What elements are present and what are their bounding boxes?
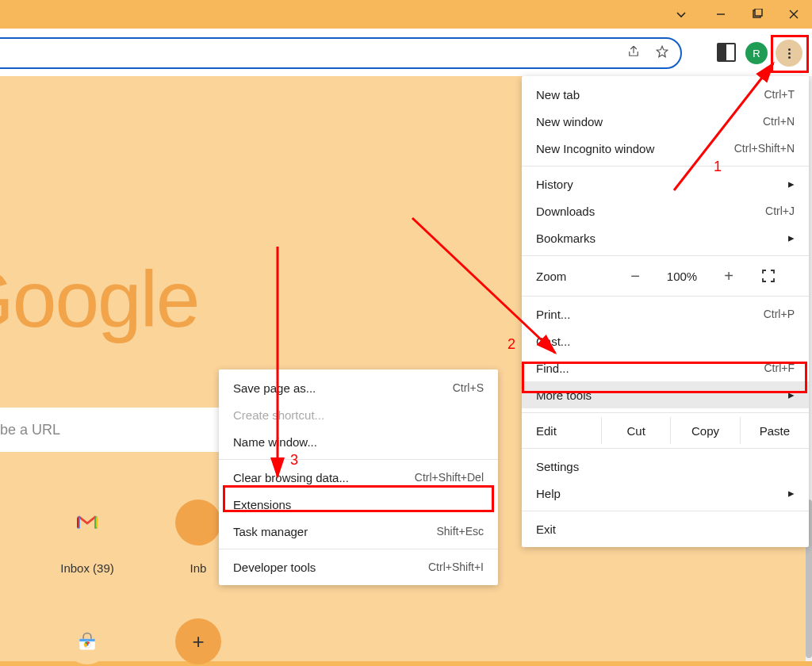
maximize-button[interactable]	[739, 0, 776, 29]
zoom-in-button[interactable]: +	[709, 267, 749, 285]
annotation-box-1	[771, 35, 809, 73]
shortcut-item[interactable]: Inbox (39)	[32, 500, 143, 575]
profile-initial: R	[753, 48, 760, 59]
shortcut-label: Inbox (39)	[60, 561, 114, 575]
svg-rect-2	[755, 9, 762, 16]
bookmark-star-icon[interactable]	[655, 44, 669, 62]
more-tools-submenu: Save page as...Ctrl+S Create shortcut...…	[219, 369, 498, 585]
menu-more-tools[interactable]: More tools▸	[522, 381, 809, 408]
chrome-webstore-icon	[64, 618, 110, 664]
chevron-right-icon: ▸	[788, 486, 795, 500]
submenu-name-window[interactable]: Name window...	[219, 428, 498, 455]
menu-downloads[interactable]: DownloadsCtrl+J	[522, 197, 809, 224]
submenu-developer-tools[interactable]: Developer toolsCtrl+Shift+I	[219, 553, 498, 580]
menu-history[interactable]: History▸	[522, 170, 809, 197]
close-button[interactable]	[776, 0, 812, 29]
submenu-extensions[interactable]: Extensions	[219, 491, 498, 518]
menu-cast[interactable]: Cast...	[522, 327, 809, 354]
fullscreen-icon[interactable]	[749, 269, 788, 283]
submenu-create-shortcut: Create shortcut...	[219, 401, 498, 428]
zoom-percent: 100%	[655, 270, 709, 283]
menu-settings[interactable]: Settings	[522, 453, 809, 480]
edit-label: Edit	[522, 424, 601, 438]
annotation-label-3: 3	[290, 452, 298, 469]
menu-new-tab[interactable]: New tabCtrl+T	[522, 81, 809, 108]
profile-avatar[interactable]: R	[745, 42, 768, 64]
menu-bookmarks[interactable]: Bookmarks▸	[522, 224, 809, 251]
annotation-label-1: 1	[714, 159, 722, 175]
shortcut-item[interactable]	[0, 618, 32, 666]
submenu-clear-browsing-data[interactable]: Clear browsing data...Ctrl+Shift+Del	[219, 464, 498, 491]
chevron-right-icon: ▸	[788, 231, 795, 245]
search-placeholder: be a URL	[0, 422, 60, 438]
menu-new-incognito[interactable]: New Incognito windowCtrl+Shift+N	[522, 135, 809, 162]
shortcut-icon	[175, 500, 221, 545]
menu-exit[interactable]: Exit	[522, 515, 809, 542]
menu-new-window[interactable]: New windowCtrl+N	[522, 108, 809, 135]
submenu-save-page[interactable]: Save page as...Ctrl+S	[219, 374, 498, 401]
chevron-right-icon: ▸	[788, 177, 795, 191]
add-shortcut-button[interactable]: +	[143, 618, 254, 666]
annotation-label-2: 2	[508, 336, 515, 353]
edit-copy-button[interactable]: Copy	[670, 417, 739, 444]
menu-edit-row: Edit Cut Copy Paste	[522, 417, 809, 444]
google-logo: Google	[0, 254, 198, 345]
edit-cut-button[interactable]: Cut	[601, 417, 670, 444]
plus-icon: +	[175, 618, 221, 664]
menu-find[interactable]: Find...Ctrl+F	[522, 354, 809, 381]
window-controls	[663, 0, 812, 29]
shortcut-row: +	[0, 618, 254, 666]
zoom-out-button[interactable]: −	[615, 267, 655, 285]
edit-paste-button[interactable]: Paste	[740, 417, 809, 444]
shortcut-row: Inbox (39) Inb	[0, 500, 254, 575]
menu-zoom: Zoom − 100% +	[522, 260, 809, 292]
menu-print[interactable]: Print...Ctrl+P	[522, 300, 809, 327]
chevron-right-icon: ▸	[788, 388, 795, 402]
zoom-label: Zoom	[536, 270, 615, 283]
menu-help[interactable]: Help▸	[522, 480, 809, 507]
shortcut-item[interactable]	[0, 500, 32, 575]
share-icon[interactable]	[626, 44, 641, 62]
shortcut-label: Inb	[190, 561, 207, 575]
chrome-main-menu: New tabCtrl+T New windowCtrl+N New Incog…	[522, 76, 809, 547]
side-panel-icon[interactable]	[717, 43, 736, 62]
shortcut-item[interactable]	[32, 618, 143, 666]
tab-search-button[interactable]	[663, 0, 699, 29]
omnibox[interactable]	[0, 37, 682, 69]
gmail-icon	[64, 500, 110, 545]
submenu-task-manager[interactable]: Task managerShift+Esc	[219, 518, 498, 545]
minimize-button[interactable]	[703, 0, 739, 29]
